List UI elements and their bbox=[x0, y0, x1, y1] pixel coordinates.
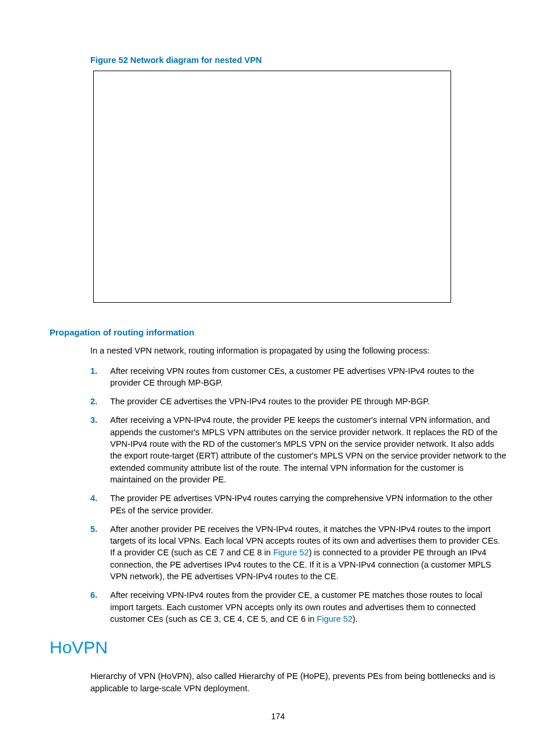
list-number: 6. bbox=[90, 589, 110, 625]
subsection-heading: Propagation of routing information bbox=[50, 327, 506, 337]
list-content: After receiving VPN-IPv4 routes from the… bbox=[110, 589, 506, 625]
page-number: 174 bbox=[0, 712, 556, 721]
section-body: Hierarchy of VPN (HoVPN), also called Hi… bbox=[90, 670, 506, 694]
list-content: The provider CE advertises the VPN-IPv4 … bbox=[110, 396, 506, 407]
text-post: ). bbox=[353, 614, 358, 624]
figure-link[interactable]: Figure 52 bbox=[273, 548, 309, 557]
list-content: The provider PE advertises VPN-IPv4 rout… bbox=[110, 492, 506, 516]
list-content: After another provider PE receives the V… bbox=[110, 523, 506, 582]
list-content: After receiving VPN routes from customer… bbox=[110, 365, 506, 389]
list-item: 6. After receiving VPN-IPv4 routes from … bbox=[90, 589, 506, 625]
text-pre: After receiving VPN-IPv4 routes from the… bbox=[110, 590, 482, 624]
figure-diagram-placeholder bbox=[93, 71, 451, 303]
list-number: 1. bbox=[90, 365, 110, 389]
list-item: 4. The provider PE advertises VPN-IPv4 r… bbox=[90, 492, 506, 516]
list-item: 3. After receiving a VPN-IPv4 route, the… bbox=[90, 414, 506, 485]
subsection-intro: In a nested VPN network, routing informa… bbox=[90, 345, 506, 357]
list-number: 5. bbox=[90, 523, 110, 582]
numbered-list: 1. After receiving VPN routes from custo… bbox=[90, 365, 506, 625]
list-item: 2. The provider CE advertises the VPN-IP… bbox=[90, 396, 506, 407]
list-number: 3. bbox=[90, 414, 110, 485]
list-item: 1. After receiving VPN routes from custo… bbox=[90, 365, 506, 389]
list-item: 5. After another provider PE receives th… bbox=[90, 523, 506, 582]
list-number: 2. bbox=[90, 396, 110, 407]
figure-caption: Figure 52 Network diagram for nested VPN bbox=[90, 55, 506, 65]
list-content: After receiving a VPN-IPv4 route, the pr… bbox=[110, 414, 506, 485]
figure-link[interactable]: Figure 52 bbox=[317, 614, 353, 624]
list-number: 4. bbox=[90, 492, 110, 516]
section-heading: HoVPN bbox=[50, 638, 506, 657]
